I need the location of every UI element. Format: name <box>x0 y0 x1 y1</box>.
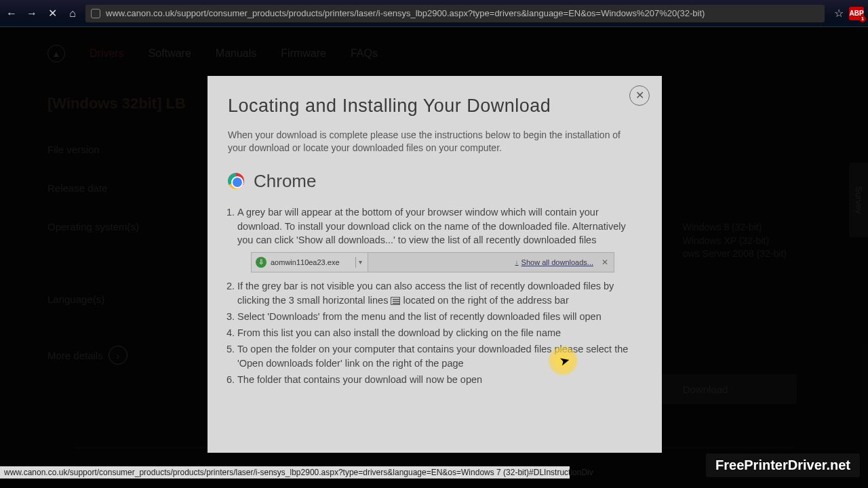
downloads-bar-close-icon: ✕ <box>601 257 608 268</box>
hamburger-menu-icon <box>391 297 400 305</box>
instruction-step-5: To open the folder on your computer that… <box>237 342 642 370</box>
instruction-step-3: Select 'Downloads' from the menu and the… <box>237 310 642 323</box>
download-instructions-modal: ✕ Locating and Installing Your Download … <box>208 76 662 453</box>
chrome-label: Chrome <box>254 169 316 193</box>
step-text: A grey bar will appear at the bottom of … <box>237 207 626 245</box>
url-text: www.canon.co.uk/support/consumer_product… <box>106 8 705 18</box>
modal-title: Locating and Installing Your Download <box>228 94 642 119</box>
bookmark-star-icon[interactable]: ☆ <box>834 7 844 20</box>
site-info-icon[interactable] <box>91 9 100 18</box>
show-all-downloads-link: Show all downloads... <box>515 258 593 268</box>
step-text-b: located on the right of the address bar <box>403 295 569 306</box>
close-icon: ✕ <box>635 88 644 103</box>
instruction-step-1: A grey bar will appear at the bottom of … <box>237 205 642 272</box>
nav-forward-button[interactable]: → <box>24 6 39 21</box>
address-bar[interactable]: www.canon.co.uk/support/consumer_product… <box>85 5 825 22</box>
modal-intro: When your download is complete please us… <box>228 129 635 155</box>
download-bar-illustration: ⇩ aomwin110ea23.exe ▾ Show all downloads… <box>251 252 614 272</box>
browser-toolbar: ← → ✕ ⌂ www.canon.co.uk/support/consumer… <box>0 0 868 27</box>
chevron-down-icon: ▾ <box>355 257 365 268</box>
instruction-step-4: From this list you can also install the … <box>237 326 642 340</box>
abp-count-badge: 1 <box>859 16 866 22</box>
download-filename: aomwin110ea23.exe <box>271 258 340 268</box>
instruction-step-6: The folder that contains your download w… <box>237 373 642 386</box>
chrome-icon <box>228 173 244 189</box>
download-file-icon: ⇩ <box>256 257 267 268</box>
chrome-section-header: Chrome <box>228 169 642 193</box>
nav-back-button[interactable]: ← <box>4 6 19 21</box>
instruction-list: A grey bar will appear at the bottom of … <box>228 205 642 386</box>
nav-stop-button[interactable]: ✕ <box>45 6 60 21</box>
status-bar: www.canon.co.uk/support/consumer_product… <box>0 466 570 479</box>
close-button[interactable]: ✕ <box>629 85 650 106</box>
nav-home-button[interactable]: ⌂ <box>65 6 80 21</box>
abp-extension-badge[interactable]: ABP 1 <box>849 7 864 20</box>
watermark: FreePrinterDriver.net <box>706 453 860 477</box>
instruction-step-2: If the grey bar is not visible you can a… <box>237 279 642 307</box>
download-chip: ⇩ aomwin110ea23.exe ▾ <box>252 253 368 272</box>
